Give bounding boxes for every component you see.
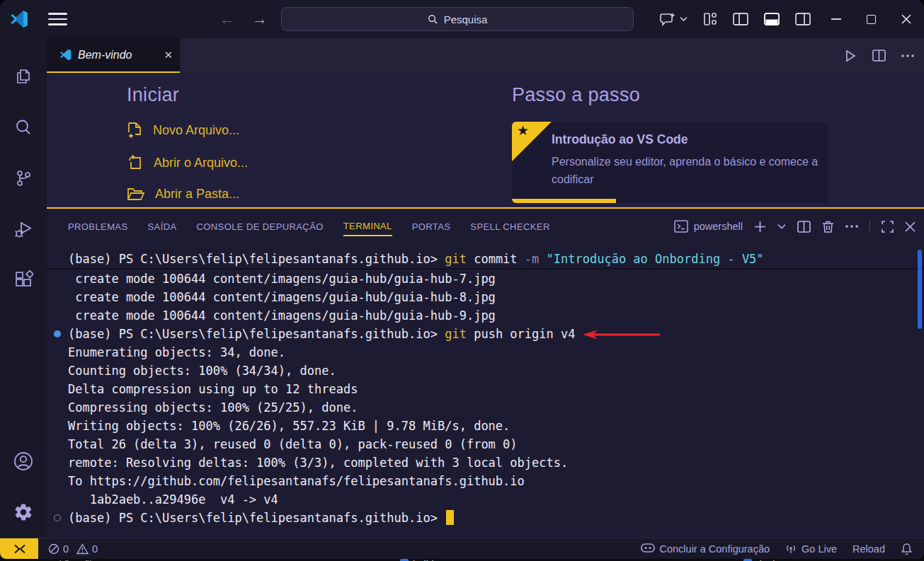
panel-tab-spell-checker[interactable]: SPELL CHECKER — [470, 217, 549, 236]
close-panel-icon[interactable] — [905, 221, 916, 232]
warning-count: 0 — [92, 543, 98, 555]
more-actions-icon[interactable] — [901, 54, 914, 57]
maximize-panel-icon[interactable] — [882, 221, 894, 233]
link-label: Abrir a Pasta... — [155, 187, 239, 202]
error-circle-icon — [48, 543, 59, 555]
problems-status[interactable]: 0 0 — [48, 543, 98, 555]
explorer-icon[interactable] — [0, 51, 47, 102]
terminal-text: "Introdução ao Onbording - V5" — [547, 252, 764, 266]
finish-setup-label: Concluir a Configuração — [660, 543, 770, 555]
search-side-icon[interactable] — [0, 102, 47, 153]
remote-indicator[interactable] — [0, 538, 38, 559]
panel-tab-console-depuracao[interactable]: CONSOLE DE DEPURAÇÃO — [197, 217, 324, 236]
vscode-window: ← → Pesquisa — [0, 0, 924, 559]
terminal-line: Writing objects: 100% (26/26), 557.23 Ki… — [68, 417, 924, 435]
terminal-output[interactable]: (base) PS C:\Users\felip\felipesantanafs… — [47, 244, 924, 538]
terminal-text: 1ab2aeb..a29496e v4 -> v4 — [68, 492, 278, 507]
terminal-text: (base) PS C:\Users\felip\felipesantanafs… — [68, 252, 445, 266]
terminal-text: -m — [525, 252, 547, 266]
error-count: 0 — [63, 543, 69, 555]
link-open-folder[interactable]: Abrir a Pasta... — [127, 186, 248, 202]
panel-tab-problemas[interactable]: PROBLEMAS — [68, 217, 128, 236]
new-terminal-icon[interactable] — [754, 221, 766, 233]
reload-label: Reload — [852, 543, 885, 555]
run-icon[interactable] — [844, 50, 857, 62]
split-terminal-icon[interactable] — [797, 221, 811, 233]
terminal-text: create mode 100644 content/imagens/guia-… — [68, 290, 496, 304]
terminal-text: remote: Resolving deltas: 100% (3/3), co… — [68, 456, 568, 470]
link-label: Novo Arquivo... — [153, 123, 239, 138]
terminal-line: Compressing objects: 100% (25/25), done. — [68, 398, 924, 417]
reload-button[interactable]: Reload — [852, 543, 885, 555]
terminal-text: push origin v4 — [467, 327, 576, 341]
link-new-file[interactable]: Novo Arquivo... — [127, 122, 248, 139]
extensions-icon[interactable] — [0, 255, 47, 306]
close-button[interactable] — [889, 0, 924, 38]
command-decoration-icon[interactable] — [54, 514, 61, 521]
go-live-label: Go Live — [802, 543, 837, 555]
finish-setup-button[interactable]: Concluir a Configuração — [641, 543, 770, 555]
walkthrough-star-icon: ★ — [517, 122, 529, 139]
terminal-line: To https://github.com/felipesantanafs/fe… — [68, 472, 924, 490]
remote-icon — [12, 543, 26, 555]
panel-right-icon[interactable] — [787, 0, 819, 38]
terminal-text: Total 26 (delta 3), reused 0 (delta 0), … — [68, 437, 518, 451]
shell-selector[interactable]: powershell — [674, 220, 743, 233]
terminal-scrollbar[interactable] — [918, 250, 922, 329]
card-description: Personalize seu editor, aprenda o básico… — [552, 154, 828, 189]
terminal-line: 1ab2aeb..a29496e v4 -> v4 — [68, 490, 924, 509]
activity-bar — [0, 38, 47, 538]
search-icon — [428, 14, 438, 25]
terminal-text: commit — [467, 252, 525, 266]
copilot-icon[interactable] — [652, 0, 695, 38]
settings-gear-icon[interactable] — [0, 487, 47, 538]
forward-arrow-icon[interactable]: → — [252, 11, 268, 27]
link-label: Abrir o Arquivo... — [154, 156, 248, 170]
panel-tab-terminal[interactable]: TERMINAL — [343, 216, 392, 236]
terminal-line: Delta compression using up to 12 threads — [68, 380, 924, 398]
panel-tab-saida[interactable]: SAÍDA — [148, 217, 177, 236]
title-bar: ← → Pesquisa — [0, 0, 924, 38]
copilot-status-icon — [641, 543, 655, 554]
terminal-lines: (base) PS C:\Users\felip\felipesantanafs… — [68, 250, 924, 527]
panel-more-icon[interactable] — [845, 225, 858, 228]
search-input[interactable]: Pesquisa — [281, 7, 634, 31]
panel-bottom-icon[interactable] — [756, 0, 787, 38]
open-folder-icon — [127, 186, 145, 202]
notifications-bell-icon[interactable] — [901, 543, 913, 555]
account-icon[interactable] — [0, 436, 47, 487]
start-heading: Iniciar — [127, 84, 248, 106]
run-debug-icon[interactable] — [0, 204, 47, 255]
source-control-icon[interactable] — [0, 153, 47, 204]
walkthrough-card[interactable]: ★ Introdução ao VS Code Personalize seu … — [512, 122, 828, 203]
terminal-text: Compressing objects: 100% (25/25), done. — [68, 400, 358, 415]
launch-profile-chevron-icon[interactable] — [777, 224, 786, 229]
terminal-line: remote: Resolving deltas: 100% (3/3), co… — [68, 453, 924, 472]
terminal-cursor — [446, 510, 454, 525]
go-live-button[interactable]: Go Live — [785, 543, 837, 555]
terminal-text: git — [445, 327, 467, 341]
split-editor-icon[interactable] — [872, 50, 886, 62]
terminal-line: (base) PS C:\Users\felip\felipesantanafs… — [68, 509, 924, 527]
search-placeholder: Pesquisa — [444, 13, 488, 25]
welcome-page: Iniciar Novo Arquivo... — [47, 73, 924, 207]
command-decoration-icon[interactable] — [54, 330, 61, 337]
terminal-text: Counting objects: 100% (34/34), done. — [68, 364, 336, 378]
maximize-button[interactable] — [854, 0, 889, 38]
vscode-logo-icon — [10, 10, 28, 28]
minimize-button[interactable] — [819, 0, 854, 38]
kill-terminal-trash-icon[interactable] — [822, 220, 834, 233]
panel-left-icon[interactable] — [725, 0, 756, 38]
open-file-icon — [127, 154, 144, 171]
menu-icon[interactable] — [48, 13, 67, 25]
editor-tab-bar: Bem-vindo ✕ — [47, 38, 924, 73]
terminal-text: Writing objects: 100% (26/26), 557.23 Ki… — [68, 419, 510, 433]
terminal-line: Total 26 (delta 3), reused 0 (delta 0), … — [68, 435, 924, 453]
layout-grid-icon[interactable] — [695, 0, 725, 38]
link-open-file[interactable]: Abrir o Arquivo... — [127, 154, 248, 171]
tab-close-icon[interactable]: ✕ — [164, 49, 173, 62]
tab-bem-vindo[interactable]: Bem-vindo ✕ — [47, 38, 180, 73]
back-arrow-icon[interactable]: ← — [219, 11, 235, 27]
panel-tab-portas[interactable]: PORTAS — [412, 217, 451, 236]
terminal-line: (base) PS C:\Users\felip\felipesantanafs… — [47, 250, 924, 270]
